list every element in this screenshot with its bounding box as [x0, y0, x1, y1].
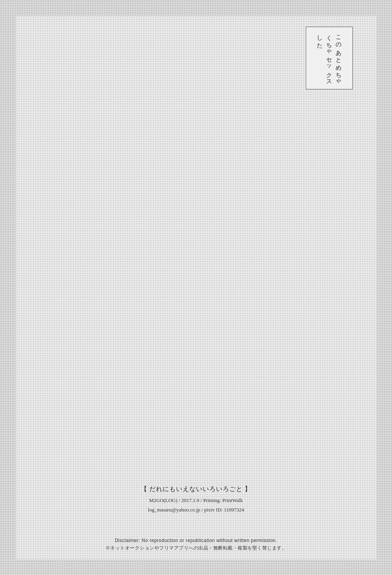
colophon-line1: M2GO(LOG) / 2017.1.9 / Printing: PrintWa… — [0, 496, 392, 505]
colophon-title: 【 だれにもいえないいろいろごと 】 — [0, 485, 392, 493]
colophon-section: 【 だれにもいえないいろいろごと 】 M2GO(LOG) / 2017.1.9 … — [0, 485, 392, 514]
story-text: このあとめちゃくちゃセックスした — [315, 31, 343, 85]
disclaimer-section: Disclaimer: No reproduction or republica… — [0, 538, 392, 551]
disclaimer-japanese: ※ネットオークションやフリマアプリへの出品・無断転載・複製を堅く禁じます。 — [0, 545, 392, 551]
story-text-box: このあとめちゃくちゃセックスした — [306, 27, 353, 89]
page-background — [16, 16, 376, 559]
colophon-line2: log_masaru@yahoo.co.jp / pixiv ID: 11097… — [0, 505, 392, 514]
disclaimer-english: Disclaimer: No reproduction or republica… — [0, 538, 392, 543]
